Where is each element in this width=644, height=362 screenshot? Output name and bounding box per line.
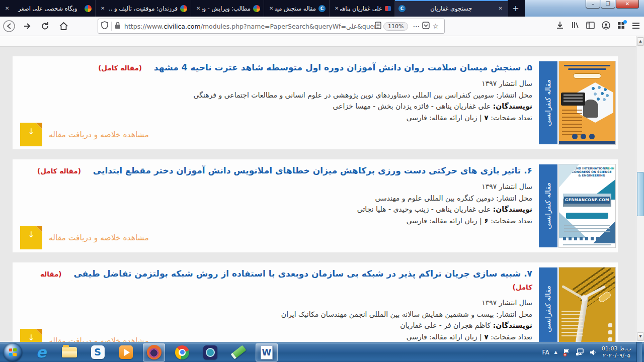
home-button[interactable] [55,19,71,33]
result-number: ۷. [524,268,532,279]
tab-title: مقاله سنجش میسان سلامت [275,5,318,12]
taskbar-file-explorer[interactable] [58,343,80,361]
lock-icon[interactable] [115,22,121,31]
reader-view-icon[interactable] [375,22,381,31]
menu-hamburger-icon[interactable] [632,22,640,31]
full-paper-badge: (مقاله کامل) [37,167,81,175]
close-button[interactable]: ✕ [616,0,639,9]
tab-edit-content[interactable]: ✕ مطالب: ویرایش - وبگاه شخ [191,0,264,17]
year-line: سال انتشار ۱۳۹۷ [20,181,532,193]
tab-close-icon[interactable]: ✕ [99,6,106,11]
tracking-shield-icon[interactable] [101,21,108,31]
tab-close-icon[interactable]: ✕ [4,6,11,11]
account-icon[interactable] [602,21,610,32]
tab-title: جستجوی غفاریان [406,5,497,12]
downloads-icon[interactable] [556,21,564,31]
conference-poster-image[interactable] [559,267,615,342]
venue-line: محل انتشار: دومین کنگره بین المللی علوم … [20,193,532,204]
download-paper-icon[interactable]: ↓ [20,226,42,249]
download-paper-icon[interactable]: ↓ [20,123,42,146]
result-thumbnail[interactable]: 2ND INTERNATIONAL CONGRESS ON SCIENCE & … [539,164,615,247]
language-indicator[interactable]: FA [542,349,549,356]
notification-dot [623,20,627,24]
zoom-level-button[interactable]: 110% [383,22,408,31]
action-center-flag-icon[interactable] [562,348,571,356]
joomla-icon [85,5,92,12]
previous-result-edge [0,36,636,47]
conference-poster-image[interactable] [559,61,615,144]
extension-icon[interactable] [617,22,625,31]
result-thumbnail[interactable]: مقاله کنفرانسی [539,267,615,342]
poster-logo-text: TUHH [605,166,614,170]
taskbar-word-open[interactable]: W [256,343,278,361]
windows-flag-icon [9,348,17,356]
volume-icon[interactable] [590,349,597,356]
library-icon[interactable] [571,21,579,31]
tab-civilica-paper[interactable]: ✕ مقاله سنجش میسان سلامت C [264,0,330,17]
view-abstract-link[interactable]: مشاهده خلاصه و دریافت مقاله [49,130,149,139]
show-desktop-button[interactable] [636,342,642,362]
scrollbar-thumb[interactable] [637,172,644,216]
forward-button[interactable] [19,19,35,33]
clock-time: ب.ظ 01:03 [602,345,631,352]
desktop: ✕ وبگاه شخصی علی اصغر ✕ فرزندان؛ موفقیت،… [0,0,644,362]
result-number: ۶. [524,165,532,175]
url-bar[interactable]: https://www.civilica.com/modules.php?nam… [98,19,445,34]
tab-close-icon[interactable]: ✕ [497,6,504,11]
tab-close-icon[interactable]: ✕ [333,6,340,11]
tab-active-civilica-search[interactable]: C جستجوی غفاریان ✕ [395,0,508,17]
poster-banner-text: GERMANCONF.COM [564,197,610,204]
view-abstract-link[interactable]: مشاهده خلاصه و دریافت مقاله [49,233,149,242]
vertical-scrollbar[interactable]: ▲ ▼ [636,36,644,342]
new-tab-button[interactable]: + [508,0,523,17]
scroll-down-arrow[interactable]: ▼ [637,332,644,341]
taskbar-university-app[interactable] [199,343,221,361]
view-abstract-link[interactable]: مشاهده خلاصه و دریافت مقاله [49,336,149,342]
url-text[interactable]: https://www.civilica.com/modules.php?nam… [124,23,375,30]
result-title-link[interactable]: شبیه سازی جریان تراکم پذیر در شبکه بی سا… [73,268,521,279]
maximize-button[interactable]: ❐ [601,0,615,9]
taskbar-media-player[interactable] [115,343,137,361]
scroll-up-arrow[interactable]: ▲ [637,37,644,46]
green-pen-icon [230,345,247,359]
tab-personal-site[interactable]: ✕ وبگاه شخصی علی اصغر [0,0,96,17]
result-title-link[interactable]: تاثیر بازی های حرکتی دست ورزی برکاهش میز… [93,165,521,175]
conference-poster-image[interactable]: 2ND INTERNATIONAL CONGRESS ON SCIENCE & … [559,164,615,247]
tray-expand-icon[interactable]: ▲ [554,350,557,354]
back-button[interactable] [1,19,17,33]
paper-type-ribbon: مقاله کنفرانسی [539,267,557,342]
firefox-icon [147,345,162,359]
taskbar-chrome[interactable] [171,343,193,361]
taskbar-green-pen-app[interactable] [227,343,250,361]
joomla-icon [253,5,260,12]
result-title-link[interactable]: سنجش میسان سلامت روان دانش آموزان دوره ا… [154,62,521,72]
result-thumbnail[interactable]: مقاله کنفرانسی [539,61,615,144]
minimize-button[interactable]: – [586,0,600,9]
taskbar-internet-explorer[interactable]: e [30,343,52,361]
page-actions-icon[interactable]: ⋯ [413,22,420,30]
tab-bar: ✕ وبگاه شخصی علی اصغر ✕ فرزندان؛ موفقیت،… [0,0,644,17]
site-icon [385,6,391,11]
full-paper-badge: (مقاله کامل) [98,64,142,72]
download-paper-icon[interactable]: ↓ [20,329,42,342]
window-controls: – ❐ ✕ [585,0,639,9]
sidebar-icon[interactable] [586,22,595,31]
network-icon[interactable] [576,348,585,356]
venue-line: محل انتشار: سومین کنفرانس بین المللی دست… [20,89,532,101]
result-card-7: مقاله کنفرانسی ۷. شبیه سازی جریان تراکم … [13,262,618,342]
word-icon: W [261,345,273,359]
taskbar-clock[interactable]: ب.ظ 01:03 ۲۰۲۰/۰۹/۰۵ [602,345,631,359]
tab-close-icon[interactable]: ✕ [195,6,202,11]
tab-close-icon[interactable]: ✕ [268,6,275,11]
bookmark-star-icon[interactable]: ☆ [432,22,439,30]
tab-children-article[interactable]: ✕ فرزندان؛ موفقیت، تألیف و .. [96,0,191,17]
pocket-icon[interactable] [422,22,430,31]
taskbar-firefox-active[interactable] [143,343,165,361]
civilica-icon: C [398,5,406,12]
system-tray: FA ▲ ب.ظ 01:03 ۲۰۲۰/۰۹/۰۵ [542,342,644,362]
start-button[interactable] [4,343,22,361]
tab-ghaffarian-search[interactable]: ✕ علی غفاریان پناهی - جو [330,0,395,17]
reload-button[interactable] [37,19,53,33]
taskbar-blue-s-app[interactable]: S [87,343,109,361]
joomla-icon [180,5,187,12]
